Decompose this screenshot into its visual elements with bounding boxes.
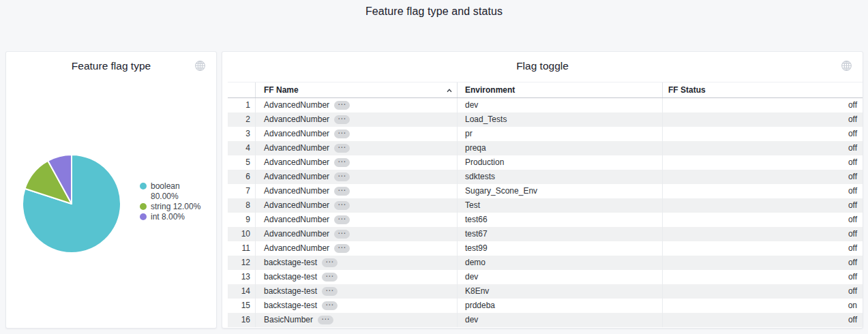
table-row: 14backstage-test⋯K8Envoff <box>228 284 863 299</box>
cell-environment: prddeba <box>457 299 662 313</box>
ellipsis-badge-icon[interactable]: ⋯ <box>334 201 350 210</box>
column-header-environment-label: Environment <box>465 85 515 95</box>
column-header-ff-status[interactable]: FF Status <box>662 82 863 97</box>
globe-icon[interactable] <box>841 60 852 72</box>
cell-environment: Production <box>457 155 662 170</box>
cell-environment: test66 <box>457 213 662 227</box>
table-body: 1AdvancedNumber⋯devoff2AdvancedNumber⋯Lo… <box>228 98 863 328</box>
row-number: 8 <box>228 198 255 213</box>
row-number: 12 <box>228 256 255 270</box>
ellipsis-badge-icon[interactable]: ⋯ <box>334 144 350 153</box>
ellipsis-badge-icon[interactable]: ⋯ <box>334 230 350 239</box>
cell-ff-status: off <box>662 241 863 256</box>
cell-ff-status: off <box>662 141 863 155</box>
ff-name-text: AdvancedNumber <box>264 115 329 124</box>
cell-ff-name: AdvancedNumber⋯ <box>255 155 457 170</box>
cell-environment: dev <box>457 98 662 112</box>
cell-environment: test99 <box>457 241 662 256</box>
legend-item-string[interactable]: string 12.00% <box>140 202 213 212</box>
ellipsis-badge-icon[interactable]: ⋯ <box>322 273 338 282</box>
row-number: 16 <box>228 313 255 327</box>
table-row: 3AdvancedNumber⋯proff <box>228 127 863 141</box>
cell-environment: dev <box>457 270 662 284</box>
cell-ff-name: AdvancedNumber⋯ <box>255 98 457 112</box>
row-number: 10 <box>228 227 255 241</box>
cell-ff-name: backstage-test⋯ <box>255 284 457 299</box>
cell-environment: K8Env <box>457 284 662 299</box>
row-number: 2 <box>228 112 255 127</box>
ff-name-text: AdvancedNumber <box>264 172 329 181</box>
legend-item-int[interactable]: int 8.00% <box>140 212 213 222</box>
ellipsis-badge-icon[interactable]: ⋯ <box>334 115 350 124</box>
ff-name-text: AdvancedNumber <box>264 157 329 167</box>
column-header-ff-status-label: FF Status <box>668 85 706 95</box>
row-number: 3 <box>228 127 255 141</box>
table-row: 15backstage-test⋯prddebaon <box>228 299 863 313</box>
ellipsis-badge-icon[interactable]: ⋯ <box>334 172 350 181</box>
cell-environment: pr <box>457 127 662 141</box>
cell-ff-status: off <box>662 98 863 112</box>
row-number: 9 <box>228 213 255 227</box>
table-row: 10AdvancedNumber⋯test67off <box>228 227 863 241</box>
cell-environment: Test <box>457 198 662 213</box>
cell-ff-status: off <box>662 213 863 227</box>
cell-ff-name: AdvancedNumber⋯ <box>255 241 457 256</box>
cell-ff-name: AdvancedNumber⋯ <box>255 170 457 184</box>
cell-ff-status: off <box>662 127 863 141</box>
ellipsis-badge-icon[interactable]: ⋯ <box>334 101 350 110</box>
cell-ff-name: BasicNumber⋯ <box>255 313 457 327</box>
row-number: 4 <box>228 141 255 155</box>
pie-legend: boolean80.00%string 12.00%int 8.00% <box>140 181 213 222</box>
cell-ff-name: AdvancedNumber⋯ <box>255 112 457 127</box>
cell-environment: test67 <box>457 227 662 241</box>
ff-name-text: backstage-test <box>264 272 317 282</box>
ff-name-text: backstage-test <box>264 258 317 267</box>
ellipsis-badge-icon[interactable]: ⋯ <box>334 244 350 253</box>
ellipsis-badge-icon[interactable]: ⋯ <box>318 316 333 324</box>
ellipsis-badge-icon[interactable]: ⋯ <box>322 287 338 296</box>
cell-ff-status: off <box>662 227 863 241</box>
cell-ff-name: AdvancedNumber⋯ <box>255 227 457 241</box>
table-header-row: FF Name Environment FF Status <box>228 82 863 98</box>
ff-name-text: AdvancedNumber <box>264 129 329 138</box>
pie-panel-header: Feature flag type <box>6 52 216 75</box>
cell-environment: Sugary_Scone_Env <box>457 184 662 198</box>
cell-environment: Load_Tests <box>457 112 662 127</box>
panel-feature-flag-type: Feature flag type boolean80.00%string 12… <box>5 51 217 329</box>
cell-environment: dev <box>457 313 662 327</box>
table-row: 6AdvancedNumber⋯sdktestsoff <box>228 170 863 184</box>
cell-ff-status: off <box>662 313 863 327</box>
table-row: 13backstage-test⋯devoff <box>228 270 863 284</box>
cell-ff-status: off <box>662 270 863 284</box>
pie-chart <box>16 149 127 259</box>
table-row: 5AdvancedNumber⋯Productionoff <box>228 155 863 170</box>
row-number: 15 <box>228 299 255 313</box>
cell-ff-name: AdvancedNumber⋯ <box>255 141 457 155</box>
legend-item-boolean[interactable]: boolean80.00% <box>140 181 213 202</box>
table-row: 9AdvancedNumber⋯test66off <box>228 213 863 227</box>
cell-ff-status: off <box>662 112 863 127</box>
column-header-ff-name[interactable]: FF Name <box>255 82 457 97</box>
ff-name-text: AdvancedNumber <box>264 215 329 224</box>
table-row: 1AdvancedNumber⋯devoff <box>228 98 863 112</box>
ellipsis-badge-icon[interactable]: ⋯ <box>322 258 338 267</box>
table-panel-title: Flag toggle <box>222 52 863 72</box>
ellipsis-badge-icon[interactable]: ⋯ <box>334 215 350 224</box>
ff-name-text: AdvancedNumber <box>264 200 329 210</box>
cell-ff-name: AdvancedNumber⋯ <box>255 198 457 213</box>
cell-ff-name: backstage-test⋯ <box>255 270 457 284</box>
ellipsis-badge-icon[interactable]: ⋯ <box>334 187 350 196</box>
ellipsis-badge-icon[interactable]: ⋯ <box>334 158 350 167</box>
cell-ff-status: off <box>662 170 863 184</box>
globe-icon[interactable] <box>194 60 206 72</box>
cell-ff-status: on <box>662 299 863 313</box>
ellipsis-badge-icon[interactable]: ⋯ <box>322 301 338 310</box>
ellipsis-badge-icon[interactable]: ⋯ <box>334 130 350 138</box>
row-number: 11 <box>228 241 255 256</box>
row-number: 13 <box>228 270 255 284</box>
pie-panel-title: Feature flag type <box>6 52 216 72</box>
legend-dot-string <box>140 203 147 210</box>
column-header-environment[interactable]: Environment <box>457 82 662 97</box>
row-number: 6 <box>228 170 255 184</box>
sort-ascending-icon[interactable] <box>446 87 453 93</box>
